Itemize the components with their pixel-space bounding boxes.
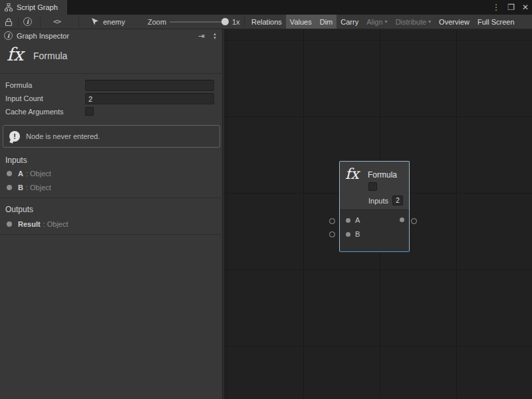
input-count-input[interactable] (85, 93, 214, 104)
inputs-section-header: Inputs (5, 156, 27, 165)
window-controls: ⋮ ❐ ✕ (492, 0, 529, 15)
output-port-row: Result : Object (7, 220, 68, 228)
distribute-dropdown[interactable]: Distribute▾ (392, 15, 435, 29)
node-port-area: A B (340, 209, 409, 251)
input-port-row: B : Object (7, 184, 51, 192)
fullscreen-button[interactable]: Full Screen (473, 15, 519, 29)
port-dot-icon (7, 171, 12, 176)
info-icon: i (4, 31, 13, 40)
node-inputs-label: Inputs (368, 197, 388, 205)
input-port-a[interactable] (346, 218, 350, 223)
lock-icon[interactable] (5, 15, 13, 29)
graph-canvas[interactable]: fx Formula Inputs A B (223, 29, 532, 399)
node-port-row: B (340, 228, 409, 240)
external-port-circle-b[interactable] (329, 231, 335, 237)
toolbar-buttons: Relations Values Dim Carry Align▾ Distri… (247, 15, 519, 29)
inspector-header: i Graph Inspector ⇥ ▲ ▼ (0, 29, 222, 42)
port-type: : Object (26, 170, 51, 178)
divider (0, 73, 223, 74)
tab-script-graph[interactable]: Script Graph (0, 0, 67, 15)
divider (0, 198, 223, 198)
dock-icon[interactable]: ⇥ (198, 31, 205, 41)
node-title: Formula (368, 170, 397, 180)
graph-inspector-panel: i Graph Inspector ⇥ ▲ ▼ fx Formula Formu… (0, 29, 223, 399)
port-name: A (18, 170, 23, 178)
align-dropdown[interactable]: Align▾ (362, 15, 391, 29)
pointer-icon (92, 18, 99, 25)
inspector-title: Graph Inspector (17, 32, 69, 40)
toolbar-separator (18, 17, 19, 27)
cache-arguments-label: Cache Arguments (5, 108, 63, 116)
formula-field-input[interactable] (85, 80, 214, 91)
node-inputs-count-input[interactable] (392, 196, 403, 205)
zoom-label: Zoom (148, 18, 166, 26)
port-name: B (18, 184, 23, 192)
external-port-circle-result[interactable] (411, 218, 417, 224)
zoom-slider-track[interactable] (170, 21, 227, 23)
cache-arguments-checkbox[interactable] (85, 107, 94, 116)
node-formula-checkbox[interactable] (368, 182, 377, 191)
node-inputs-row: Inputs (368, 196, 403, 205)
node-port-row: A (340, 214, 409, 226)
divider (0, 234, 223, 235)
port-name: Result (18, 220, 41, 228)
toolbar-separator (40, 17, 41, 27)
input-count-label: Input Count (5, 94, 43, 102)
port-type: : Object (43, 220, 68, 228)
formula-fx-icon: fx (7, 44, 23, 65)
relations-button[interactable]: Relations (247, 15, 286, 29)
toolbar-separator (244, 17, 245, 27)
info-icon[interactable]: i (23, 15, 32, 29)
port-label: B (355, 230, 360, 238)
formula-node-icon: fx (345, 166, 359, 182)
zoom-slider-handle[interactable] (221, 18, 229, 25)
toolbar-separator (78, 17, 79, 27)
window-menu-icon[interactable]: ⋮ (492, 3, 500, 12)
overview-button[interactable]: Overview (435, 15, 473, 29)
chevron-down-icon: ▾ (428, 19, 431, 25)
values-button[interactable]: Values (286, 15, 316, 29)
scroll-stepper[interactable]: ▲ ▼ (213, 32, 217, 40)
script-graph-icon (5, 3, 13, 11)
warning-text: Node is never entered. (26, 132, 100, 140)
warning-box: ! Node is never entered. (3, 125, 220, 148)
output-port-result[interactable] (400, 217, 404, 222)
port-type: : Object (26, 184, 51, 192)
chevron-down-icon: ▾ (385, 19, 388, 25)
input-port-row: A : Object (7, 170, 51, 178)
input-port-b[interactable] (346, 232, 350, 237)
warning-icon: ! (9, 131, 20, 142)
port-dot-icon (7, 185, 12, 190)
code-view-icon[interactable]: <> (53, 15, 61, 29)
window-maximize-icon[interactable]: ❐ (507, 3, 515, 12)
window-tab-bar: Script Graph ⋮ ❐ ✕ (0, 0, 532, 15)
carry-button[interactable]: Carry (336, 15, 362, 29)
external-port-circle-a[interactable] (329, 218, 335, 224)
port-dot-icon (7, 221, 12, 227)
window-close-icon[interactable]: ✕ (522, 3, 529, 12)
port-label: A (355, 216, 360, 224)
graph-target[interactable]: enemy (92, 15, 125, 29)
outputs-section-header: Outputs (5, 205, 33, 214)
graph-toolbar: i <> enemy Zoom 1x Relations Values Dim … (0, 15, 532, 29)
target-name: enemy (103, 18, 125, 26)
selected-node-title: Formula (33, 51, 67, 61)
tab-label: Script Graph (17, 3, 58, 11)
step-down-icon[interactable]: ▼ (213, 36, 217, 40)
dim-button[interactable]: Dim (316, 15, 337, 29)
zoom-value: 1x (232, 18, 240, 26)
formula-node[interactable]: fx Formula Inputs A B (339, 161, 410, 252)
formula-field-label: Formula (5, 81, 32, 89)
